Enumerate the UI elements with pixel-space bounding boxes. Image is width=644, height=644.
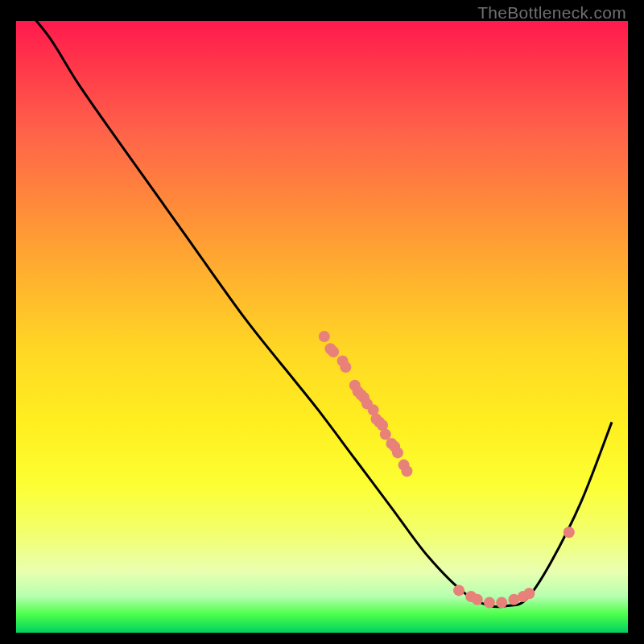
curve-marker	[453, 584, 464, 596]
curve-marker	[319, 331, 330, 342]
curve-marker	[496, 597, 507, 609]
curve-marker	[392, 447, 403, 458]
curve-marker	[484, 597, 495, 609]
curve-markers	[319, 331, 575, 609]
bottleneck-chart	[0, 0, 612, 612]
curve-marker	[472, 594, 483, 605]
curve-marker	[523, 588, 535, 599]
watermark-text: TheBottleneck.com	[477, 3, 626, 23]
curve-marker	[380, 429, 391, 440]
curve-marker	[328, 346, 339, 357]
curve-marker	[340, 361, 351, 373]
curve-marker	[401, 465, 412, 477]
bottleneck-curve	[19, 0, 612, 607]
curve-marker	[564, 526, 575, 538]
